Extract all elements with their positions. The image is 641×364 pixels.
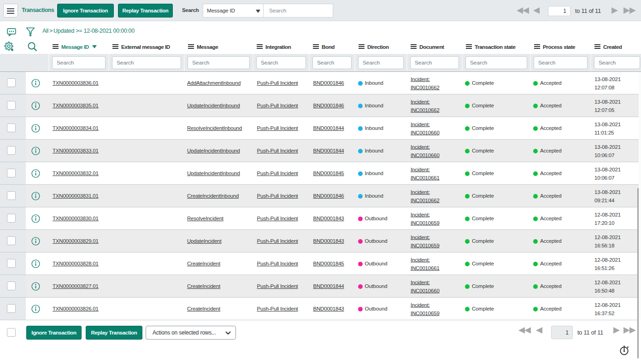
breadcrumb-all-link[interactable]: All — [42, 28, 48, 34]
bond-link[interactable]: BND0001844 — [313, 283, 344, 289]
filter-input-message_id[interactable] — [52, 56, 106, 69]
next-page-button-bottom[interactable] — [613, 327, 620, 334]
document-link[interactable]: Incident: — [411, 233, 440, 241]
document-link[interactable]: INC0010660 — [411, 151, 440, 160]
integration-link[interactable]: Push-Pull Incident — [257, 261, 298, 266]
last-page-button-bottom[interactable] — [623, 327, 636, 334]
ignore-transaction-button[interactable]: Ignore Transaction — [57, 4, 114, 18]
row-info-icon[interactable] — [31, 124, 40, 133]
select-all-checkbox[interactable] — [7, 328, 16, 337]
message-id-link[interactable]: TXN0000003833.01 — [53, 148, 99, 153]
filter-input-external_message_id[interactable] — [112, 56, 181, 69]
message-link[interactable]: UpdateIncidentInbound — [187, 103, 240, 108]
bond-link[interactable]: BND0001846 — [313, 80, 344, 86]
row-info-icon[interactable] — [31, 192, 40, 200]
message-link[interactable]: UpdateIncidentInbound — [187, 148, 240, 153]
filter-input-process_state[interactable] — [534, 56, 588, 69]
message-link[interactable]: UpdateIncident — [187, 238, 222, 244]
personalize-list-gear-icon[interactable] — [4, 41, 14, 52]
replay-transaction-button-bottom[interactable]: Replay Transaction — [86, 326, 142, 340]
response-time-icon[interactable] — [619, 345, 630, 356]
document-link[interactable]: INC0010659 — [411, 241, 440, 250]
row-info-icon[interactable] — [31, 79, 40, 88]
message-link[interactable]: CreateIncident — [187, 306, 220, 311]
message-id-link[interactable]: TXN0000003827.01 — [53, 283, 99, 289]
message-link[interactable]: CreateIncident — [187, 283, 220, 289]
filter-input-bond[interactable] — [312, 56, 352, 69]
row-checkbox[interactable] — [7, 191, 16, 200]
list-context-menu-button[interactable] — [3, 4, 18, 18]
bond-link[interactable]: BND0001843 — [313, 238, 344, 244]
document-link[interactable]: INC0010661 — [411, 174, 440, 182]
column-header-created[interactable]: Created — [594, 40, 622, 53]
actions-on-selected-rows-select[interactable]: Actions on selected rows... — [146, 326, 236, 340]
filter-input-document[interactable] — [410, 56, 459, 69]
integration-link[interactable]: Push-Pull Incident — [257, 80, 298, 86]
first-page-button-bottom[interactable] — [518, 327, 531, 334]
integration-link[interactable]: Push-Pull Incident — [257, 103, 298, 108]
first-page-button[interactable] — [517, 7, 529, 14]
document-link[interactable]: Incident: — [411, 188, 440, 196]
row-checkbox[interactable] — [7, 304, 16, 313]
message-id-link[interactable]: TXN0000003835.01 — [53, 103, 99, 108]
global-search-input[interactable] — [263, 4, 333, 18]
row-info-icon[interactable] — [31, 147, 40, 155]
row-checkbox[interactable] — [7, 282, 16, 290]
column-header-message[interactable]: Message — [188, 40, 218, 53]
document-link[interactable]: Incident: — [411, 97, 440, 106]
row-info-icon[interactable] — [31, 169, 40, 178]
integration-link[interactable]: Push-Pull Incident — [257, 170, 298, 176]
integration-link[interactable]: Push-Pull Incident — [257, 306, 298, 311]
document-link[interactable]: INC0010662 — [411, 196, 440, 205]
message-id-link[interactable]: TXN0000003836.01 — [53, 80, 99, 86]
document-link[interactable]: Incident: — [411, 142, 440, 151]
integration-link[interactable]: Push-Pull Incident — [257, 216, 298, 221]
document-link[interactable]: Incident: — [411, 278, 440, 287]
row-checkbox[interactable] — [7, 123, 16, 132]
document-link[interactable]: Incident: — [411, 300, 440, 309]
messages-icon[interactable] — [7, 28, 17, 37]
column-header-bond[interactable]: Bond — [313, 40, 335, 53]
message-link[interactable]: UpdateIncidentInbound — [187, 170, 240, 176]
column-header-process_state[interactable]: Process state — [534, 40, 575, 53]
message-link[interactable]: CreateIncidentInbound — [187, 193, 239, 199]
row-info-icon[interactable] — [31, 259, 40, 268]
integration-link[interactable]: Push-Pull Incident — [257, 283, 298, 289]
document-link[interactable]: INC0010662 — [411, 106, 440, 115]
row-info-icon[interactable] — [31, 101, 40, 110]
message-id-link[interactable]: TXN0000003826.01 — [53, 306, 99, 311]
bond-link[interactable]: BND0001845 — [313, 261, 344, 266]
filter-input-direction[interactable] — [358, 56, 404, 69]
bond-link[interactable]: BND0001846 — [313, 103, 344, 108]
message-link[interactable]: ResolveIncidentInbound — [187, 125, 242, 131]
document-link[interactable]: INC0010659 — [411, 309, 440, 318]
filter-input-message[interactable] — [188, 56, 250, 69]
scrollbar-thumb[interactable] — [637, 188, 639, 358]
document-link[interactable]: INC0010662 — [411, 83, 440, 92]
bond-link[interactable]: BND0001844 — [313, 125, 344, 131]
row-checkbox[interactable] — [7, 214, 16, 223]
filter-input-transaction_state[interactable] — [465, 56, 527, 69]
document-link[interactable]: INC0010660 — [411, 287, 440, 295]
breadcrumb-filter-link[interactable]: Updated >= 12-08-2021 00:00:00 — [53, 28, 135, 34]
integration-link[interactable]: Push-Pull Incident — [257, 148, 298, 153]
message-id-link[interactable]: TXN0000003832.01 — [53, 170, 99, 176]
message-link[interactable]: CreateIncident — [187, 261, 220, 266]
message-link[interactable]: AddAttachmentInbound — [187, 80, 241, 86]
row-info-icon[interactable] — [31, 305, 40, 313]
document-link[interactable]: INC0010659 — [411, 219, 440, 228]
document-link[interactable]: Incident: — [411, 210, 440, 219]
bond-link[interactable]: BND0001844 — [313, 148, 344, 153]
document-link[interactable]: INC0010660 — [411, 129, 440, 137]
filter-icon[interactable] — [26, 27, 35, 37]
page-number-input[interactable] — [548, 6, 570, 16]
bond-link[interactable]: BND0001843 — [313, 216, 344, 221]
row-checkbox[interactable] — [7, 101, 16, 110]
row-info-icon[interactable] — [31, 282, 40, 291]
last-page-button[interactable] — [623, 7, 636, 14]
filter-input-integration[interactable] — [256, 56, 306, 69]
message-id-link[interactable]: TXN0000003828.01 — [53, 261, 99, 266]
previous-page-button-bottom[interactable] — [536, 327, 542, 334]
replay-transaction-button[interactable]: Replay Transaction — [118, 4, 173, 18]
row-info-icon[interactable] — [31, 214, 40, 223]
